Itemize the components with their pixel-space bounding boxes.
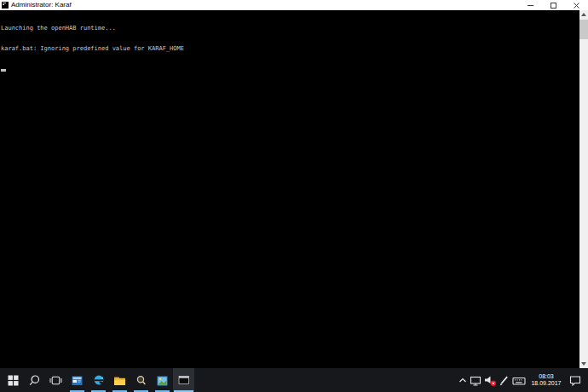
action-center-icon — [568, 373, 582, 387]
hidden-icons-button[interactable] — [457, 368, 469, 392]
window-titlebar: Administrator: Karaf — [0, 0, 588, 10]
close-icon — [573, 2, 580, 9]
volume-muted-icon — [484, 374, 497, 387]
touch-keyboard-button[interactable] — [510, 368, 527, 392]
scroll-up-arrow-icon — [581, 13, 586, 16]
task-view-button[interactable] — [45, 368, 66, 392]
console-line: karaf.bat: Ignoring predefined value for… — [1, 45, 184, 52]
dark-magnifier-icon — [135, 374, 147, 387]
desktop-screen: Administrator: Karaf Launchin — [0, 0, 588, 392]
clock-time: 08:03 — [539, 373, 554, 380]
taskbar-button-edge[interactable] — [88, 368, 109, 392]
taskbar-clock[interactable]: 08:03 18.09.2017 — [527, 368, 566, 392]
taskbar-button-search-tool[interactable] — [130, 368, 152, 392]
start-button[interactable] — [3, 368, 24, 392]
window-title: Administrator: Karaf — [11, 0, 72, 10]
console-window-icon — [177, 373, 191, 387]
console-viewport[interactable]: Launching the openHAB runtime... karaf.b… — [0, 10, 588, 368]
search-icon — [28, 374, 41, 387]
caption-buttons — [519, 0, 588, 10]
clock-date: 18.09.2017 — [531, 380, 561, 387]
edge-icon — [92, 373, 106, 387]
taskbar-button-pinned-app-window[interactable] — [66, 368, 88, 392]
touch-keyboard-icon — [512, 374, 526, 387]
folder-icon — [113, 374, 126, 387]
task-view-icon — [49, 374, 62, 387]
taskbar-button-file-explorer[interactable] — [109, 368, 130, 392]
vertical-scrollbar[interactable] — [579, 10, 588, 368]
maximize-button[interactable] — [542, 0, 565, 10]
network-icon — [470, 374, 482, 387]
photos-icon — [156, 374, 169, 387]
scroll-down-button[interactable] — [579, 360, 588, 368]
scrollbar-thumb[interactable] — [579, 20, 588, 39]
scroll-up-button[interactable] — [579, 10, 588, 19]
blue-window-app-icon — [71, 374, 84, 387]
console-line: Launching the openHAB runtime... — [1, 25, 184, 32]
search-button[interactable] — [24, 368, 45, 392]
windows-ink-button[interactable] — [498, 368, 510, 392]
windows-logo-icon — [8, 375, 19, 386]
hidden-icons-chevron-icon — [458, 375, 468, 385]
pen-icon — [499, 374, 510, 386]
close-button[interactable] — [565, 0, 588, 10]
minimize-icon — [527, 2, 534, 9]
cmd-icon — [2, 2, 9, 9]
volume-button[interactable] — [483, 368, 498, 392]
system-tray: 08:03 18.09.2017 — [457, 368, 588, 392]
minimize-button[interactable] — [519, 0, 542, 10]
taskbar: 08:03 18.09.2017 — [0, 368, 588, 392]
console-cursor — [1, 69, 6, 72]
console-output: Launching the openHAB runtime... karaf.b… — [1, 11, 184, 85]
taskbar-button-command-prompt[interactable] — [173, 368, 194, 392]
network-button[interactable] — [469, 368, 483, 392]
maximize-icon — [550, 2, 557, 9]
action-center-button[interactable] — [566, 368, 585, 392]
scroll-down-arrow-icon — [581, 362, 586, 366]
taskbar-button-photos[interactable] — [152, 368, 173, 392]
